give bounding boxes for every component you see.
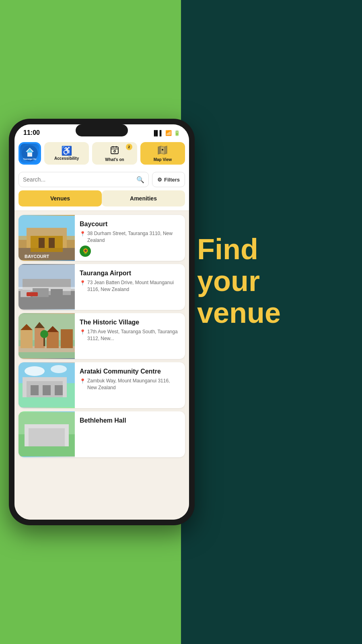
accessibility-icon: ♿ bbox=[61, 147, 72, 155]
venue-image-baycourt: BAYCOURT bbox=[19, 215, 75, 261]
venue-list: BAYCOURT Baycourt 📍 38 Durham Street, Ta… bbox=[14, 211, 189, 520]
venue-card-bethlehem[interactable]: Bethlehem Hall bbox=[19, 411, 185, 457]
svg-rect-49 bbox=[55, 385, 63, 395]
whats-on-badge: 2 bbox=[126, 144, 132, 150]
svg-text:Tauranga City: Tauranga City bbox=[23, 158, 37, 160]
svg-rect-21 bbox=[49, 238, 55, 248]
historic-image-svg bbox=[19, 313, 75, 359]
phone-notch bbox=[76, 124, 128, 136]
venue-info-baycourt: Baycourt 📍 38 Durham Street, Tauranga 31… bbox=[75, 215, 185, 261]
logo-button[interactable]: Tauranga City bbox=[19, 142, 41, 165]
venue-card-airport[interactable]: Tauranga Airport 📍 73 Jean Batten Drive,… bbox=[19, 264, 185, 310]
venue-image-historic bbox=[19, 313, 75, 359]
svg-text:BAYCOURT: BAYCOURT bbox=[25, 254, 49, 259]
svg-rect-47 bbox=[31, 385, 39, 395]
tabs: Venues Amenities bbox=[14, 190, 189, 211]
logo-inner: Tauranga City bbox=[20, 144, 39, 163]
bethlehem-image-svg bbox=[19, 411, 75, 457]
filters-button[interactable]: ⚙ Filters bbox=[152, 172, 185, 187]
arataki-image-svg bbox=[19, 362, 75, 408]
venue-info-arataki: Arataki Community Centre 📍 Zambuk Way, M… bbox=[75, 362, 185, 408]
svg-point-51 bbox=[51, 365, 67, 373]
map-view-label: Map View bbox=[154, 158, 172, 162]
search-bar: 🔍 ⚙ Filters bbox=[14, 169, 189, 190]
tagline-line2: your bbox=[197, 265, 350, 297]
venue-name-baycourt: Baycourt bbox=[80, 221, 180, 228]
venue-info-historic: The Historic Village 📍 17th Ave West, Ta… bbox=[75, 313, 185, 359]
map-view-icon bbox=[158, 145, 167, 157]
whats-on-label: What's on bbox=[105, 158, 124, 162]
svg-rect-55 bbox=[29, 428, 65, 446]
baycourt-image-svg: BAYCOURT bbox=[19, 215, 75, 261]
svg-point-8 bbox=[114, 151, 115, 152]
svg-marker-11 bbox=[158, 146, 161, 154]
status-icons: ▐▌▌ 📶 🔋 bbox=[152, 130, 180, 136]
venue-address-historic: 📍 17th Ave West, Tauranga South, Taurang… bbox=[80, 328, 180, 342]
tab-amenities[interactable]: Amenities bbox=[102, 190, 185, 206]
battery-icon: 🔋 bbox=[174, 130, 180, 136]
tab-venues[interactable]: Venues bbox=[19, 190, 102, 206]
search-input[interactable] bbox=[23, 176, 133, 183]
svg-rect-30 bbox=[27, 292, 38, 296]
tagline: Find your venue bbox=[197, 233, 350, 329]
whats-on-icon bbox=[110, 145, 119, 157]
whats-on-button[interactable]: 2 What's on bbox=[92, 142, 137, 165]
search-input-wrap: 🔍 bbox=[19, 172, 149, 187]
venue-name-historic: The Historic Village bbox=[80, 319, 180, 326]
pin-icon-2: 📍 bbox=[80, 280, 86, 287]
venue-card-baycourt[interactable]: BAYCOURT Baycourt 📍 38 Durham Street, Ta… bbox=[19, 215, 185, 261]
accessibility-button[interactable]: ♿ Accessibility bbox=[44, 142, 89, 165]
svg-rect-29 bbox=[51, 289, 63, 297]
svg-rect-37 bbox=[61, 329, 73, 348]
svg-rect-36 bbox=[47, 332, 59, 348]
pin-icon: 📍 bbox=[80, 231, 86, 237]
svg-point-50 bbox=[25, 366, 45, 376]
venue-info-airport: Tauranga Airport 📍 73 Jean Batten Drive,… bbox=[75, 264, 185, 310]
venue-image-bethlehem bbox=[19, 411, 75, 457]
svg-marker-13 bbox=[164, 146, 167, 154]
venue-image-arataki bbox=[19, 362, 75, 408]
venue-address-arataki: 📍 Zambuk Way, Mount Maunganui 3116, New … bbox=[80, 378, 180, 391]
phone-screen: 11:00 ▐▌▌ 📶 🔋 Tauranga City bbox=[14, 124, 189, 520]
airport-image-svg bbox=[19, 264, 75, 310]
filters-label: Filters bbox=[164, 177, 180, 183]
signal-icon: ▐▌▌ bbox=[152, 130, 163, 136]
svg-line-9 bbox=[115, 150, 115, 151]
tagline-line1: Find bbox=[197, 233, 350, 265]
tauranga-logo-svg: Tauranga City bbox=[21, 144, 39, 162]
venue-image-airport bbox=[19, 264, 75, 310]
venue-card-arataki[interactable]: Arataki Community Centre 📍 Zambuk Way, M… bbox=[19, 362, 185, 408]
status-time: 11:00 bbox=[23, 129, 40, 136]
top-nav: Tauranga City ♿ Accessibility 2 bbox=[14, 139, 189, 169]
venue-address-airport: 📍 73 Jean Batten Drive, Mount Maunganui … bbox=[80, 279, 180, 293]
svg-point-14 bbox=[162, 149, 163, 151]
phone-frame: 11:00 ▐▌▌ 📶 🔋 Tauranga City bbox=[9, 119, 195, 525]
venue-name-arataki: Arataki Community Centre bbox=[80, 368, 180, 375]
venue-address-baycourt: 📍 38 Durham Street, Tauranga 3110, New Z… bbox=[80, 230, 180, 244]
svg-rect-34 bbox=[21, 330, 33, 348]
wifi-icon: 📶 bbox=[165, 130, 172, 136]
tagline-line3: venue bbox=[197, 297, 350, 329]
venue-badge-sunflower: 🌻 bbox=[80, 246, 91, 257]
venue-info-bethlehem: Bethlehem Hall bbox=[75, 411, 185, 457]
svg-rect-20 bbox=[39, 238, 45, 248]
venue-name-airport: Tauranga Airport bbox=[80, 270, 180, 277]
search-icon: 🔍 bbox=[136, 176, 144, 184]
venue-name-bethlehem: Bethlehem Hall bbox=[80, 417, 180, 424]
svg-rect-19 bbox=[31, 236, 63, 252]
pin-icon-3: 📍 bbox=[80, 329, 86, 336]
accessibility-label: Accessibility bbox=[54, 157, 79, 161]
venue-card-historic[interactable]: The Historic Village 📍 17th Ave West, Ta… bbox=[19, 313, 185, 359]
map-view-button[interactable]: Map View bbox=[140, 142, 185, 165]
pin-icon-4: 📍 bbox=[80, 378, 86, 385]
svg-rect-48 bbox=[43, 385, 51, 395]
svg-point-42 bbox=[40, 330, 48, 338]
filters-icon: ⚙ bbox=[157, 177, 162, 183]
